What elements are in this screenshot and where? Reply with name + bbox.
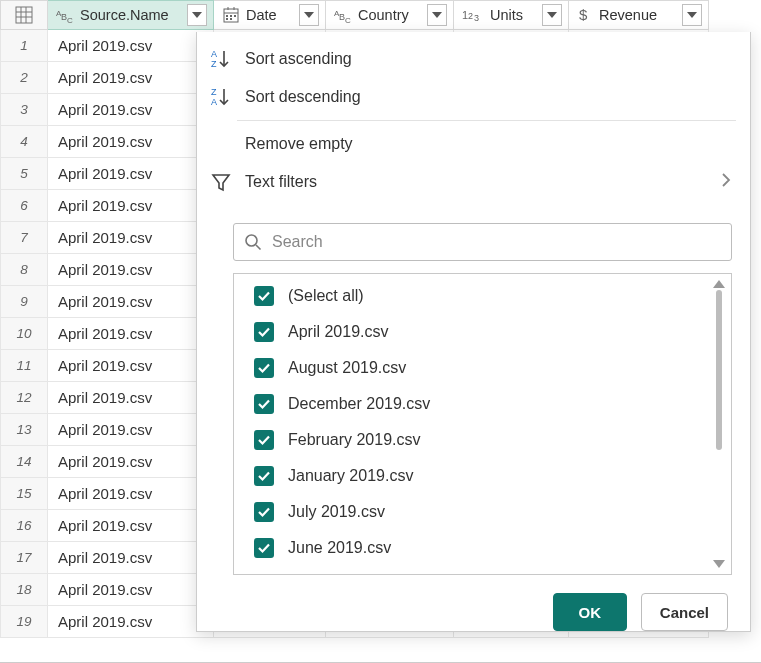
filter-check-label: January 2019.csv xyxy=(288,467,413,485)
cell-source-name[interactable]: April 2019.csv xyxy=(48,190,214,222)
menu-label: Sort ascending xyxy=(245,50,352,68)
sort-descending-item[interactable]: ZA Sort descending xyxy=(197,78,750,116)
row-number-cell[interactable]: 14 xyxy=(0,446,48,478)
row-number-header[interactable] xyxy=(0,0,48,30)
column-header-source-name[interactable]: ABC Source.Name xyxy=(48,0,214,30)
svg-rect-16 xyxy=(230,18,232,20)
row-number-cell[interactable]: 12 xyxy=(0,382,48,414)
scrollbar[interactable] xyxy=(711,280,727,568)
row-number-cell[interactable]: 16 xyxy=(0,510,48,542)
scroll-thumb[interactable] xyxy=(716,290,722,450)
menu-label: Remove empty xyxy=(245,135,353,153)
menu-separator xyxy=(237,120,736,121)
column-filter-button[interactable] xyxy=(427,4,447,26)
column-filter-button[interactable] xyxy=(187,4,207,26)
sort-desc-icon: ZA xyxy=(209,85,233,109)
type-money-icon: $ xyxy=(577,6,593,24)
cell-source-name[interactable]: April 2019.csv xyxy=(48,94,214,126)
cell-source-name[interactable]: April 2019.csv xyxy=(48,30,214,62)
filter-check-item[interactable]: August 2019.csv xyxy=(234,350,731,386)
row-number-cell[interactable]: 8 xyxy=(0,254,48,286)
menu-label: Text filters xyxy=(245,173,317,191)
row-number-cell[interactable]: 15 xyxy=(0,478,48,510)
row-number-cell[interactable]: 17 xyxy=(0,542,48,574)
filter-check-item[interactable]: July 2019.csv xyxy=(234,494,731,530)
svg-line-32 xyxy=(256,245,261,250)
column-header-revenue[interactable]: $ Revenue xyxy=(569,0,709,30)
row-number-cell[interactable]: 11 xyxy=(0,350,48,382)
row-number-cell[interactable]: 4 xyxy=(0,126,48,158)
column-header-units[interactable]: 123 Units xyxy=(454,0,569,30)
svg-text:Z: Z xyxy=(211,59,217,69)
column-header-country[interactable]: ABC Country xyxy=(326,0,454,30)
remove-empty-item[interactable]: Remove empty xyxy=(197,125,750,163)
checkbox-checked-icon[interactable] xyxy=(254,286,274,306)
cell-source-name[interactable]: April 2019.csv xyxy=(48,286,214,318)
checkbox-checked-icon[interactable] xyxy=(254,430,274,450)
type-text-icon: ABC xyxy=(334,6,352,24)
checkbox-checked-icon[interactable] xyxy=(254,538,274,558)
chevron-right-icon xyxy=(720,172,732,193)
row-number-cell[interactable]: 2 xyxy=(0,62,48,94)
checkbox-checked-icon[interactable] xyxy=(254,322,274,342)
cell-source-name[interactable]: April 2019.csv xyxy=(48,574,214,606)
checkbox-checked-icon[interactable] xyxy=(254,502,274,522)
column-filter-button[interactable] xyxy=(682,4,702,26)
cell-source-name[interactable]: April 2019.csv xyxy=(48,350,214,382)
cell-source-name[interactable]: April 2019.csv xyxy=(48,414,214,446)
cell-source-name[interactable]: April 2019.csv xyxy=(48,254,214,286)
cell-source-name[interactable]: April 2019.csv xyxy=(48,62,214,94)
menu-label: Sort descending xyxy=(245,88,361,106)
row-number-cell[interactable]: 7 xyxy=(0,222,48,254)
cancel-button[interactable]: Cancel xyxy=(641,593,728,631)
row-number-cell[interactable]: 13 xyxy=(0,414,48,446)
column-filter-button[interactable] xyxy=(299,4,319,26)
row-number-cell[interactable]: 10 xyxy=(0,318,48,350)
cell-source-name[interactable]: April 2019.csv xyxy=(48,318,214,350)
row-number-cell[interactable]: 19 xyxy=(0,606,48,638)
svg-text:C: C xyxy=(67,16,73,24)
column-label: Country xyxy=(358,7,421,23)
cell-source-name[interactable]: April 2019.csv xyxy=(48,478,214,510)
row-number-cell[interactable]: 9 xyxy=(0,286,48,318)
cell-source-name[interactable]: April 2019.csv xyxy=(48,446,214,478)
filter-check-label: April 2019.csv xyxy=(288,323,389,341)
scroll-up-icon[interactable] xyxy=(713,280,725,288)
filter-check-item[interactable]: April 2019.csv xyxy=(234,314,731,350)
filter-check-item[interactable]: February 2019.csv xyxy=(234,422,731,458)
column-filter-button[interactable] xyxy=(542,4,562,26)
cell-source-name[interactable]: April 2019.csv xyxy=(48,542,214,574)
sort-ascending-item[interactable]: AZ Sort ascending xyxy=(197,40,750,78)
cell-source-name[interactable]: April 2019.csv xyxy=(48,606,214,638)
filter-check-item[interactable]: June 2019.csv xyxy=(234,530,731,566)
cell-source-name[interactable]: April 2019.csv xyxy=(48,158,214,190)
cell-source-name[interactable]: April 2019.csv xyxy=(48,222,214,254)
svg-rect-15 xyxy=(226,18,228,20)
row-number-cell[interactable]: 6 xyxy=(0,190,48,222)
filter-check-item[interactable]: December 2019.csv xyxy=(234,386,731,422)
cell-source-name[interactable]: April 2019.csv xyxy=(48,382,214,414)
search-input[interactable] xyxy=(270,232,721,252)
search-box[interactable] xyxy=(233,223,732,261)
row-number-cell[interactable]: 5 xyxy=(0,158,48,190)
filter-values-list: (Select all)April 2019.csvAugust 2019.cs… xyxy=(233,273,732,575)
ok-button[interactable]: OK xyxy=(553,593,627,631)
cell-source-name[interactable]: April 2019.csv xyxy=(48,126,214,158)
checkbox-checked-icon[interactable] xyxy=(254,394,274,414)
filter-check-label: July 2019.csv xyxy=(288,503,385,521)
text-filters-item[interactable]: Text filters xyxy=(197,163,750,201)
filter-check-item[interactable]: (Select all) xyxy=(234,278,731,314)
scroll-down-icon[interactable] xyxy=(713,560,725,568)
row-number-cell[interactable]: 1 xyxy=(0,30,48,62)
filter-dropdown-panel: AZ Sort ascending ZA Sort descending Rem… xyxy=(196,32,751,632)
filter-check-label: August 2019.csv xyxy=(288,359,406,377)
column-header-date[interactable]: Date xyxy=(214,0,326,30)
row-number-cell[interactable]: 3 xyxy=(0,94,48,126)
checkbox-checked-icon[interactable] xyxy=(254,466,274,486)
row-number-cell[interactable]: 18 xyxy=(0,574,48,606)
button-label: Cancel xyxy=(660,604,709,621)
filter-check-item[interactable]: January 2019.csv xyxy=(234,458,731,494)
cell-source-name[interactable]: April 2019.csv xyxy=(48,510,214,542)
type-text-icon: ABC xyxy=(56,6,74,24)
checkbox-checked-icon[interactable] xyxy=(254,358,274,378)
